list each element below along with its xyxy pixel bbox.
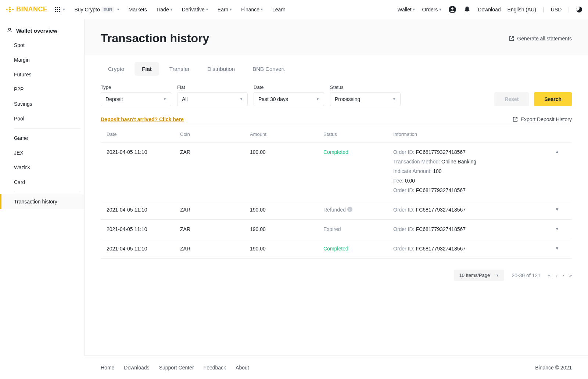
user-icon[interactable]	[448, 6, 456, 14]
chevron-down-icon: ▼	[169, 8, 173, 11]
cell-info: Order ID: FC681779327418567	[393, 246, 555, 252]
apps-menu[interactable]: ▼	[54, 7, 66, 12]
select-status[interactable]: Processing▼	[330, 92, 401, 106]
select-type[interactable]: Deposit▼	[101, 92, 171, 106]
table-row: 2021-04-05 11:10ZAR190.00ExpiredOrder ID…	[101, 220, 572, 239]
chevron-down-icon: ▼	[162, 97, 166, 101]
nav-markets[interactable]: Markets	[129, 7, 147, 12]
expand-icon[interactable]: ▼	[555, 246, 559, 251]
sidebar-item-game[interactable]: Game	[10, 131, 84, 145]
info-value: 0.00	[405, 178, 415, 184]
deposit-help-link[interactable]: Deposit hasn't arrived? Click here	[101, 116, 184, 122]
content: CryptoFiatTransferDistributionBNB Conver…	[85, 55, 588, 296]
cell-amount: 190.00	[250, 246, 323, 252]
nav-finance[interactable]: Finance▼	[241, 7, 263, 12]
nav-earn-label: Earn	[218, 7, 229, 12]
cell-coin: ZAR	[180, 246, 250, 252]
expand-icon[interactable]: ▼	[555, 226, 559, 231]
page-last-icon[interactable]: »	[569, 272, 572, 278]
user-outline-icon	[7, 27, 12, 34]
expand-icon[interactable]: ▼	[555, 207, 559, 212]
items-per-page-value: 10 Items/Page	[459, 272, 490, 278]
grid-icon	[54, 7, 60, 12]
nav-wallet-label: Wallet	[397, 7, 411, 12]
nav-download[interactable]: Download	[478, 7, 501, 12]
table-row: 2021-04-05 11:10ZAR190.00CompletedOrder …	[101, 239, 572, 259]
footer-link-downloads[interactable]: Downloads	[124, 365, 149, 371]
search-button[interactable]: Search	[534, 92, 572, 106]
nav-wallet[interactable]: Wallet▼	[397, 7, 415, 12]
svg-rect-7	[57, 11, 58, 12]
cell-coin: ZAR	[180, 226, 250, 232]
cell-coin: ZAR	[180, 207, 250, 213]
svg-rect-8	[59, 11, 60, 12]
sidebar-item-spot[interactable]: Spot	[10, 38, 84, 53]
theme-toggle-icon[interactable]	[576, 7, 582, 12]
page-next-icon[interactable]: ›	[562, 272, 564, 278]
transactions-table: Date Coin Amount Status Information 2021…	[101, 126, 572, 259]
select-date[interactable]: Past 30 days▼	[254, 92, 324, 106]
tab-bnb-convert[interactable]: BNB Convert	[245, 62, 292, 76]
status-text: Refunded	[323, 207, 346, 213]
nav-finance-label: Finance	[241, 7, 259, 12]
reset-button[interactable]: Reset	[494, 92, 529, 106]
sidebar-item-futures[interactable]: Futures	[10, 67, 84, 82]
cell-amount: 100.00	[250, 149, 323, 193]
th-status: Status	[323, 131, 393, 137]
nav-buy-crypto[interactable]: Buy CryptoEUR▼	[74, 7, 119, 12]
nav-trade-label: Trade	[156, 7, 169, 12]
footer: HomeDownloadsSupport CenterFeedbackAbout…	[85, 355, 588, 379]
chevron-down-icon: ▼	[62, 8, 66, 11]
nav-earn[interactable]: Earn▼	[218, 7, 233, 12]
tab-crypto[interactable]: Crypto	[101, 62, 132, 76]
cell-date: 2021-04-05 11:10	[107, 149, 180, 193]
nav-derivative-label: Derivative	[182, 7, 205, 12]
sidebar-item-p2p[interactable]: P2P	[10, 82, 84, 97]
nav-left: ▼ Buy CryptoEUR▼ Markets Trade▼ Derivati…	[54, 7, 286, 12]
select-fiat[interactable]: All▼	[177, 92, 248, 106]
info-label: Order ID:	[393, 187, 416, 193]
filter-status-label: Status	[330, 84, 401, 90]
svg-rect-5	[59, 9, 60, 10]
generate-statements-link[interactable]: Generate all statements	[509, 36, 572, 41]
sidebar-item-wazirx[interactable]: WazirX	[10, 160, 84, 175]
svg-point-11	[8, 28, 10, 30]
footer-link-support-center[interactable]: Support Center	[159, 365, 194, 371]
sidebar-item-margin[interactable]: Margin	[10, 53, 84, 67]
tab-distribution[interactable]: Distribution	[200, 62, 242, 76]
cell-amount: 190.00	[250, 207, 323, 213]
items-per-page-select[interactable]: 10 Items/Page ▼	[454, 270, 504, 281]
sidebar-item-transaction-history[interactable]: Transaction history	[0, 194, 84, 209]
nav-language[interactable]: English (AU)	[508, 7, 537, 12]
nav-trade[interactable]: Trade▼	[156, 7, 173, 12]
generate-statements-label: Generate all statements	[517, 36, 572, 41]
page-first-icon[interactable]: «	[548, 272, 551, 278]
nav-derivative[interactable]: Derivative▼	[182, 7, 209, 12]
external-link-icon	[513, 117, 518, 122]
filters: Type Deposit▼ Fiat All▼ Date Past 30 day…	[101, 84, 572, 106]
filter-type: Type Deposit▼	[101, 84, 171, 106]
sidebar-item-savings[interactable]: Savings	[10, 97, 84, 111]
page-prev-icon[interactable]: ‹	[556, 272, 557, 278]
footer-link-about[interactable]: About	[236, 365, 249, 371]
footer-link-feedback[interactable]: Feedback	[204, 365, 226, 371]
sidebar-heading[interactable]: Wallet overview	[0, 24, 84, 38]
filter-fiat: Fiat All▼	[177, 84, 248, 106]
bell-icon[interactable]	[463, 6, 471, 14]
tab-transfer[interactable]: Transfer	[162, 62, 197, 76]
info-label: Order ID:	[393, 149, 416, 155]
sidebar-item-jex[interactable]: JEX	[10, 145, 84, 160]
nav-currency[interactable]: USD	[551, 7, 562, 12]
th-amount: Amount	[250, 131, 323, 137]
collapse-icon[interactable]: ▲	[555, 149, 559, 154]
nav-orders[interactable]: Orders▼	[422, 7, 442, 12]
tab-fiat[interactable]: Fiat	[135, 62, 159, 76]
sidebar-item-pool[interactable]: Pool	[10, 111, 84, 126]
info-label: Order ID:	[393, 226, 415, 232]
sidebar-item-card[interactable]: Card	[10, 175, 84, 190]
nav-learn[interactable]: Learn	[272, 7, 286, 12]
brand-logo[interactable]: BINANCE	[6, 6, 48, 14]
export-history-link[interactable]: Export Deposit History	[513, 116, 572, 122]
info-icon[interactable]: i	[347, 207, 352, 212]
footer-link-home[interactable]: Home	[101, 365, 114, 371]
